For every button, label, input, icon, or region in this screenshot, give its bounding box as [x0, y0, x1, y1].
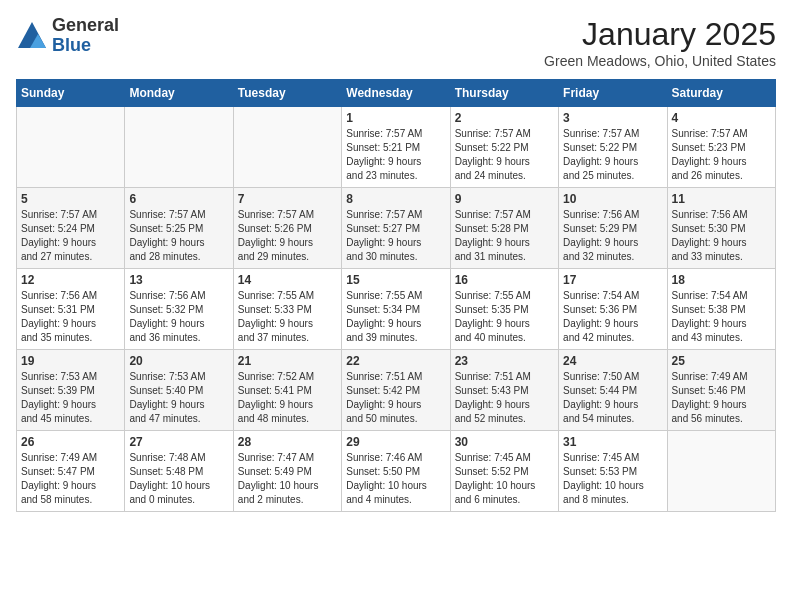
calendar-cell: 15Sunrise: 7:55 AM Sunset: 5:34 PM Dayli… [342, 269, 450, 350]
calendar-cell: 18Sunrise: 7:54 AM Sunset: 5:38 PM Dayli… [667, 269, 775, 350]
calendar-cell [17, 107, 125, 188]
calendar-cell: 25Sunrise: 7:49 AM Sunset: 5:46 PM Dayli… [667, 350, 775, 431]
weekday-header-monday: Monday [125, 80, 233, 107]
calendar-cell: 11Sunrise: 7:56 AM Sunset: 5:30 PM Dayli… [667, 188, 775, 269]
calendar-cell: 8Sunrise: 7:57 AM Sunset: 5:27 PM Daylig… [342, 188, 450, 269]
cell-info: Sunrise: 7:57 AM Sunset: 5:24 PM Dayligh… [21, 208, 120, 264]
day-number: 4 [672, 111, 771, 125]
logo: General Blue [16, 16, 119, 56]
week-row-5: 26Sunrise: 7:49 AM Sunset: 5:47 PM Dayli… [17, 431, 776, 512]
calendar-cell: 24Sunrise: 7:50 AM Sunset: 5:44 PM Dayli… [559, 350, 667, 431]
cell-info: Sunrise: 7:56 AM Sunset: 5:29 PM Dayligh… [563, 208, 662, 264]
day-number: 13 [129, 273, 228, 287]
weekday-header-saturday: Saturday [667, 80, 775, 107]
day-number: 22 [346, 354, 445, 368]
cell-info: Sunrise: 7:56 AM Sunset: 5:31 PM Dayligh… [21, 289, 120, 345]
month-title: January 2025 [544, 16, 776, 53]
day-number: 31 [563, 435, 662, 449]
day-number: 12 [21, 273, 120, 287]
calendar-cell: 20Sunrise: 7:53 AM Sunset: 5:40 PM Dayli… [125, 350, 233, 431]
calendar-cell: 2Sunrise: 7:57 AM Sunset: 5:22 PM Daylig… [450, 107, 558, 188]
day-number: 21 [238, 354, 337, 368]
day-number: 7 [238, 192, 337, 206]
cell-info: Sunrise: 7:56 AM Sunset: 5:32 PM Dayligh… [129, 289, 228, 345]
week-row-2: 5Sunrise: 7:57 AM Sunset: 5:24 PM Daylig… [17, 188, 776, 269]
weekday-header-friday: Friday [559, 80, 667, 107]
calendar-cell [233, 107, 341, 188]
cell-info: Sunrise: 7:57 AM Sunset: 5:27 PM Dayligh… [346, 208, 445, 264]
day-number: 18 [672, 273, 771, 287]
cell-info: Sunrise: 7:49 AM Sunset: 5:47 PM Dayligh… [21, 451, 120, 507]
logo-icon [16, 20, 48, 52]
day-number: 5 [21, 192, 120, 206]
cell-info: Sunrise: 7:57 AM Sunset: 5:22 PM Dayligh… [563, 127, 662, 183]
cell-info: Sunrise: 7:55 AM Sunset: 5:34 PM Dayligh… [346, 289, 445, 345]
calendar-cell: 31Sunrise: 7:45 AM Sunset: 5:53 PM Dayli… [559, 431, 667, 512]
calendar-cell: 27Sunrise: 7:48 AM Sunset: 5:48 PM Dayli… [125, 431, 233, 512]
cell-info: Sunrise: 7:57 AM Sunset: 5:25 PM Dayligh… [129, 208, 228, 264]
day-number: 17 [563, 273, 662, 287]
cell-info: Sunrise: 7:53 AM Sunset: 5:39 PM Dayligh… [21, 370, 120, 426]
weekday-header-thursday: Thursday [450, 80, 558, 107]
cell-info: Sunrise: 7:53 AM Sunset: 5:40 PM Dayligh… [129, 370, 228, 426]
cell-info: Sunrise: 7:50 AM Sunset: 5:44 PM Dayligh… [563, 370, 662, 426]
calendar-cell: 7Sunrise: 7:57 AM Sunset: 5:26 PM Daylig… [233, 188, 341, 269]
day-number: 6 [129, 192, 228, 206]
calendar-cell: 1Sunrise: 7:57 AM Sunset: 5:21 PM Daylig… [342, 107, 450, 188]
day-number: 27 [129, 435, 228, 449]
weekday-header-wednesday: Wednesday [342, 80, 450, 107]
cell-info: Sunrise: 7:57 AM Sunset: 5:28 PM Dayligh… [455, 208, 554, 264]
calendar-cell: 19Sunrise: 7:53 AM Sunset: 5:39 PM Dayli… [17, 350, 125, 431]
calendar-cell: 14Sunrise: 7:55 AM Sunset: 5:33 PM Dayli… [233, 269, 341, 350]
title-area: January 2025 Green Meadows, Ohio, United… [544, 16, 776, 69]
cell-info: Sunrise: 7:48 AM Sunset: 5:48 PM Dayligh… [129, 451, 228, 507]
calendar-cell [667, 431, 775, 512]
cell-info: Sunrise: 7:51 AM Sunset: 5:42 PM Dayligh… [346, 370, 445, 426]
cell-info: Sunrise: 7:54 AM Sunset: 5:38 PM Dayligh… [672, 289, 771, 345]
cell-info: Sunrise: 7:46 AM Sunset: 5:50 PM Dayligh… [346, 451, 445, 507]
cell-info: Sunrise: 7:45 AM Sunset: 5:52 PM Dayligh… [455, 451, 554, 507]
day-number: 20 [129, 354, 228, 368]
day-number: 23 [455, 354, 554, 368]
cell-info: Sunrise: 7:55 AM Sunset: 5:35 PM Dayligh… [455, 289, 554, 345]
day-number: 29 [346, 435, 445, 449]
cell-info: Sunrise: 7:57 AM Sunset: 5:22 PM Dayligh… [455, 127, 554, 183]
day-number: 2 [455, 111, 554, 125]
day-number: 8 [346, 192, 445, 206]
day-number: 19 [21, 354, 120, 368]
calendar-table: SundayMondayTuesdayWednesdayThursdayFrid… [16, 79, 776, 512]
cell-info: Sunrise: 7:47 AM Sunset: 5:49 PM Dayligh… [238, 451, 337, 507]
week-row-1: 1Sunrise: 7:57 AM Sunset: 5:21 PM Daylig… [17, 107, 776, 188]
weekday-header-row: SundayMondayTuesdayWednesdayThursdayFrid… [17, 80, 776, 107]
calendar-cell: 22Sunrise: 7:51 AM Sunset: 5:42 PM Dayli… [342, 350, 450, 431]
cell-info: Sunrise: 7:49 AM Sunset: 5:46 PM Dayligh… [672, 370, 771, 426]
day-number: 26 [21, 435, 120, 449]
day-number: 14 [238, 273, 337, 287]
calendar-cell: 21Sunrise: 7:52 AM Sunset: 5:41 PM Dayli… [233, 350, 341, 431]
day-number: 16 [455, 273, 554, 287]
day-number: 11 [672, 192, 771, 206]
cell-info: Sunrise: 7:56 AM Sunset: 5:30 PM Dayligh… [672, 208, 771, 264]
calendar-cell: 26Sunrise: 7:49 AM Sunset: 5:47 PM Dayli… [17, 431, 125, 512]
location: Green Meadows, Ohio, United States [544, 53, 776, 69]
weekday-header-sunday: Sunday [17, 80, 125, 107]
calendar-cell [125, 107, 233, 188]
week-row-4: 19Sunrise: 7:53 AM Sunset: 5:39 PM Dayli… [17, 350, 776, 431]
cell-info: Sunrise: 7:55 AM Sunset: 5:33 PM Dayligh… [238, 289, 337, 345]
cell-info: Sunrise: 7:57 AM Sunset: 5:26 PM Dayligh… [238, 208, 337, 264]
day-number: 9 [455, 192, 554, 206]
calendar-cell: 4Sunrise: 7:57 AM Sunset: 5:23 PM Daylig… [667, 107, 775, 188]
day-number: 25 [672, 354, 771, 368]
calendar-cell: 10Sunrise: 7:56 AM Sunset: 5:29 PM Dayli… [559, 188, 667, 269]
cell-info: Sunrise: 7:52 AM Sunset: 5:41 PM Dayligh… [238, 370, 337, 426]
day-number: 1 [346, 111, 445, 125]
calendar-cell: 3Sunrise: 7:57 AM Sunset: 5:22 PM Daylig… [559, 107, 667, 188]
cell-info: Sunrise: 7:57 AM Sunset: 5:23 PM Dayligh… [672, 127, 771, 183]
calendar-cell: 23Sunrise: 7:51 AM Sunset: 5:43 PM Dayli… [450, 350, 558, 431]
cell-info: Sunrise: 7:45 AM Sunset: 5:53 PM Dayligh… [563, 451, 662, 507]
weekday-header-tuesday: Tuesday [233, 80, 341, 107]
day-number: 15 [346, 273, 445, 287]
calendar-cell: 29Sunrise: 7:46 AM Sunset: 5:50 PM Dayli… [342, 431, 450, 512]
calendar-cell: 9Sunrise: 7:57 AM Sunset: 5:28 PM Daylig… [450, 188, 558, 269]
cell-info: Sunrise: 7:57 AM Sunset: 5:21 PM Dayligh… [346, 127, 445, 183]
